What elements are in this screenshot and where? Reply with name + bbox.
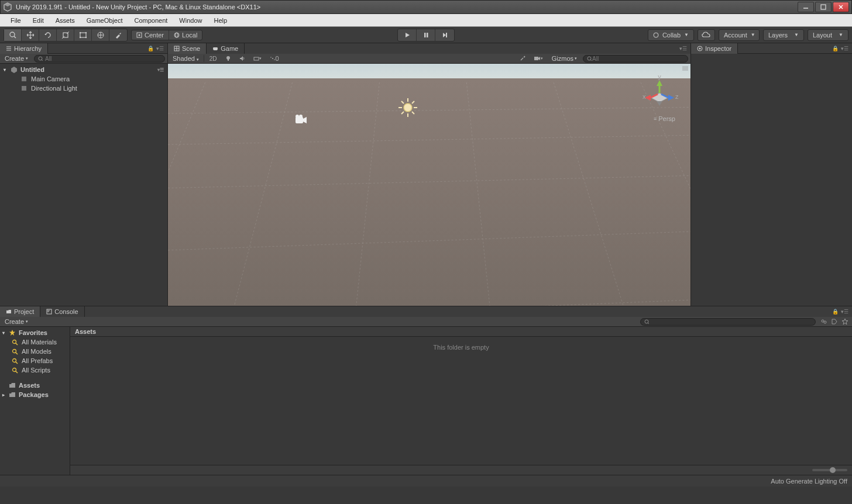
favorites-row[interactable]: ▾ Favorites (0, 328, 70, 337)
statusbar: Auto Generate Lighting Off (0, 475, 852, 486)
account-dropdown[interactable]: Account ▼ (719, 29, 760, 41)
filter-icon[interactable] (819, 317, 829, 326)
panel-menu-icon[interactable]: ▾☰ (679, 46, 687, 51)
create-label: Create (5, 55, 24, 62)
svg-line-49 (590, 60, 592, 61)
tools-icon[interactable] (517, 56, 528, 61)
2d-toggle[interactable]: 2D (207, 56, 220, 62)
thumbnail-size-bar (70, 465, 852, 475)
hierarchy-create-button[interactable]: Create ▾ (2, 55, 30, 62)
favorite-item[interactable]: All Materials (0, 337, 70, 347)
close-button[interactable] (833, 2, 849, 12)
draw-mode-dropdown[interactable]: Shaded ▾ (170, 55, 204, 62)
favorite-icon[interactable] (840, 317, 850, 326)
packages-row[interactable]: ▸ Packages (0, 390, 70, 399)
hand-tool-button[interactable] (4, 29, 22, 41)
menu-help[interactable]: Help (208, 15, 233, 26)
folder-icon (6, 309, 12, 315)
play-button[interactable] (398, 29, 417, 41)
svg-point-101 (13, 358, 16, 362)
panel-menu-icon[interactable]: ▾☰ (841, 309, 848, 315)
hierarchy-tree: ▾ Untitled ▾☰ Main Camera Directional Li… (0, 64, 167, 94)
audio-toggle[interactable] (236, 56, 248, 61)
lighting-status[interactable]: Auto Generate Lighting Off (771, 478, 847, 485)
menu-assets[interactable]: Assets (50, 15, 81, 26)
rotate-tool-button[interactable] (39, 29, 57, 41)
menu-gameobject[interactable]: GameObject (81, 15, 129, 26)
minimize-button[interactable] (798, 2, 814, 12)
menu-component[interactable]: Component (128, 15, 173, 26)
hierarchy-item[interactable]: Directional Light (0, 84, 167, 93)
pivot-center-button[interactable]: Center (132, 30, 169, 40)
project-search-input[interactable] (650, 319, 812, 325)
center-icon (136, 32, 142, 38)
panel-menu-icon[interactable]: ▾☰ (841, 46, 848, 51)
move-tool-button[interactable] (22, 29, 39, 41)
particle-toggle[interactable]: 0 (267, 55, 282, 62)
rect-tool-button[interactable] (74, 29, 92, 41)
thumbnail-size-slider[interactable] (812, 469, 847, 471)
inspector-tab[interactable]: Inspector (691, 43, 738, 54)
svg-line-102 (16, 362, 18, 364)
camera-gizmo-icon[interactable] (294, 114, 309, 126)
project-search[interactable] (640, 318, 816, 326)
lock-icon[interactable]: 🔒 (147, 46, 154, 51)
maximize-button[interactable] (815, 2, 832, 12)
label-filter-icon[interactable] (830, 317, 839, 326)
hierarchy-item[interactable]: Main Camera (0, 74, 167, 84)
play-controls (397, 29, 455, 42)
hierarchy-tab[interactable]: Hierarchy (0, 43, 48, 54)
console-tab[interactable]: Console (40, 306, 84, 317)
scene-search[interactable] (583, 55, 688, 63)
project-create-button[interactable]: Create ▾ (2, 318, 30, 325)
hierarchy-search-input[interactable] (45, 56, 161, 62)
step-button[interactable] (435, 29, 454, 41)
lock-icon[interactable]: 🔒 (832, 46, 839, 51)
assets-row[interactable]: Assets (0, 381, 70, 390)
orientation-gizmo[interactable]: y x z (639, 75, 680, 111)
scene-tab[interactable]: Scene (168, 43, 207, 54)
pivot-local-button[interactable]: Local (169, 30, 202, 40)
favorite-item[interactable]: All Scripts (0, 365, 70, 375)
collab-dropdown[interactable]: Collab ▼ (648, 29, 694, 41)
projection-label[interactable]: ≡ Persp (654, 115, 675, 122)
transform-tool-button[interactable] (92, 29, 109, 41)
favorite-item[interactable]: All Prefabs (0, 356, 70, 365)
collab-label: Collab (662, 32, 681, 39)
lighting-toggle[interactable] (222, 56, 234, 61)
scene-row[interactable]: ▾ Untitled ▾☰ (0, 65, 167, 74)
custom-tool-button[interactable] (109, 29, 127, 41)
search-saved-icon (12, 339, 20, 346)
panel-menu-icon[interactable]: ▾☰ (156, 46, 164, 51)
game-icon (212, 46, 218, 51)
project-tab[interactable]: Project (0, 306, 40, 317)
camera-icon[interactable]: ▾ (531, 56, 546, 61)
svg-rect-37 (22, 86, 26, 91)
pause-button[interactable] (417, 29, 435, 41)
lock-icon[interactable]: 🔒 (832, 309, 839, 315)
cloud-button[interactable] (698, 29, 715, 41)
layout-dropdown[interactable]: Layout ▼ (808, 29, 848, 41)
scene-viewport[interactable]: y x z ≡ Persp (168, 64, 690, 306)
menu-edit[interactable]: Edit (27, 15, 50, 26)
console-tab-label: Console (54, 308, 78, 315)
expand-arrow-icon[interactable]: ▾ (4, 67, 11, 73)
favorite-item[interactable]: All Models (0, 347, 70, 356)
scale-tool-button[interactable] (57, 29, 74, 41)
svg-line-98 (16, 343, 18, 345)
scene-menu-icon[interactable]: ▾☰ (157, 67, 164, 73)
gizmos-dropdown[interactable]: Gizmos▾ (548, 55, 580, 62)
menu-window[interactable]: Window (173, 15, 208, 26)
search-saved-icon (12, 367, 20, 374)
directional-light-gizmo-icon[interactable] (396, 96, 420, 119)
scene-search-input[interactable] (592, 56, 684, 62)
expand-arrow-icon[interactable]: ▸ (2, 392, 7, 398)
game-tab[interactable]: Game (207, 43, 245, 54)
expand-arrow-icon[interactable]: ▾ (2, 330, 7, 336)
hierarchy-search[interactable] (34, 55, 165, 63)
svg-point-72 (296, 115, 299, 118)
fx-toggle[interactable]: ▾ (250, 56, 264, 61)
breadcrumb[interactable]: Assets (70, 327, 852, 337)
layers-dropdown[interactable]: Layers ▼ (763, 29, 804, 41)
menu-file[interactable]: File (5, 15, 27, 26)
